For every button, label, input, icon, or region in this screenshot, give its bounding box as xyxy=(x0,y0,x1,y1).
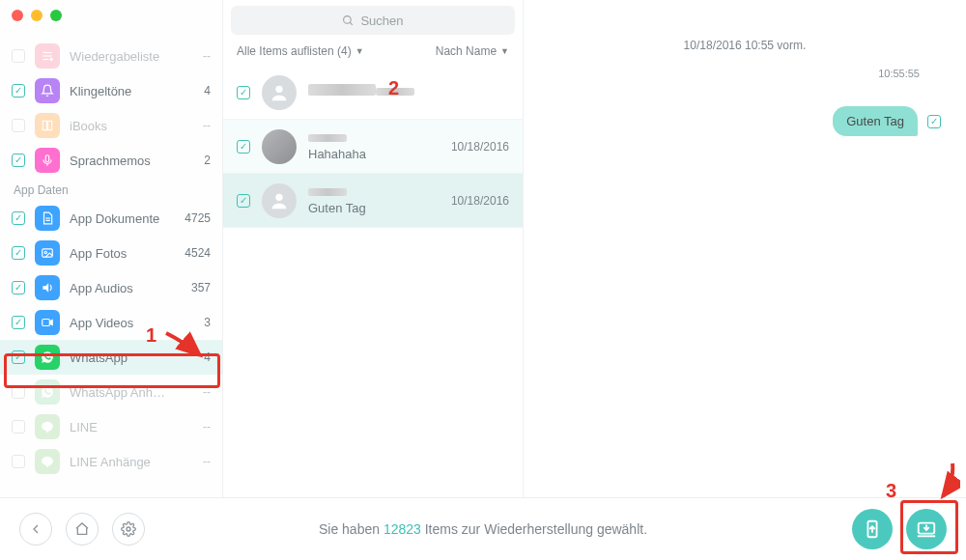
sidebar-checkbox[interactable] xyxy=(12,350,25,364)
avatar xyxy=(262,75,297,110)
maximize-window-button[interactable] xyxy=(50,10,62,21)
sidebar-item-label: Sprachmemos xyxy=(70,154,151,168)
sidebar-item-count: 357 xyxy=(191,281,211,294)
sidebar-item-line: LINE-- xyxy=(0,409,222,444)
photo-icon xyxy=(35,240,60,266)
chat-name xyxy=(308,84,497,100)
sidebar-item-sprachmemos[interactable]: Sprachmemos2 xyxy=(0,143,222,178)
svg-point-8 xyxy=(44,251,46,253)
chat-row[interactable]: Guten Tag10/18/2016 xyxy=(223,174,523,228)
chat-date: 10/18/2016 xyxy=(451,140,509,154)
line-icon xyxy=(35,414,60,439)
search-input[interactable]: Suchen xyxy=(231,6,515,35)
minimize-window-button[interactable] xyxy=(31,10,43,21)
export-to-computer-button[interactable] xyxy=(906,509,947,549)
chevron-down-icon: ▼ xyxy=(355,46,364,56)
settings-button[interactable] xyxy=(112,513,145,546)
sidebar-section-header: App Daten xyxy=(0,178,222,201)
sidebar-item-label: WhatsApp Anh… xyxy=(70,385,165,400)
search-placeholder: Suchen xyxy=(360,14,403,28)
video-icon xyxy=(35,310,60,335)
filter-bar: Alle Items auflisten (4) ▼ Nach Name ▼ xyxy=(223,35,523,66)
avatar xyxy=(262,129,297,164)
sidebar-item-count: 2 xyxy=(204,154,211,167)
sidebar-checkbox[interactable] xyxy=(12,84,25,98)
message-bubble: Guten Tag xyxy=(833,106,918,136)
sidebar-checkbox[interactable] xyxy=(12,246,25,260)
home-button[interactable] xyxy=(66,513,99,546)
svg-line-13 xyxy=(351,22,354,25)
sidebar-item-line-anh-nge: LINE Anhänge-- xyxy=(0,444,222,479)
svg-point-12 xyxy=(344,15,352,23)
sidebar-checkbox xyxy=(12,119,25,132)
message-row: Guten Tag xyxy=(543,106,947,136)
sidebar-item-wiedergabeliste: Wiedergabeliste-- xyxy=(0,39,222,73)
sidebar-item-label: Wiedergabeliste xyxy=(70,49,159,64)
chat-name: Hahahaha xyxy=(308,132,440,161)
sidebar-item-count: 4 xyxy=(204,84,211,98)
sidebar-item-app-dokumente[interactable]: App Dokumente4725 xyxy=(0,201,222,236)
filter-list-dropdown[interactable]: Alle Items auflisten (4) ▼ xyxy=(237,44,364,58)
message-checkbox[interactable] xyxy=(927,115,941,128)
sidebar-item-label: App Audios xyxy=(70,281,133,295)
status-text: Sie haben 12823 Items zur Wiederherstell… xyxy=(0,521,966,537)
sidebar-checkbox[interactable] xyxy=(12,316,25,329)
chat-name: Guten Tag xyxy=(308,186,440,215)
export-to-device-button[interactable] xyxy=(852,509,893,549)
svg-point-16 xyxy=(127,527,130,531)
chat-row[interactable] xyxy=(223,66,523,120)
conversation-pane: 10/18/2016 10:55 vorm. 10:55:55 Guten Ta… xyxy=(524,0,966,497)
sidebar-item-count: -- xyxy=(203,49,211,63)
sidebar-item-count: -- xyxy=(203,420,211,434)
chat-checkbox[interactable] xyxy=(237,86,250,99)
sidebar-item-whatsapp-anh-: WhatsApp Anh…-- xyxy=(0,375,222,409)
sidebar-item-label: Klingeltöne xyxy=(70,84,131,98)
annotation-arrow-3 xyxy=(916,460,960,504)
whatsapp-icon xyxy=(35,379,60,405)
annotation-number-2: 2 xyxy=(388,77,399,99)
footer-bar: Sie haben 12823 Items zur Wiederherstell… xyxy=(0,497,966,560)
annotation-number-1: 1 xyxy=(146,324,156,347)
sidebar-item-label: App Dokumente xyxy=(70,211,159,226)
book-icon xyxy=(35,113,60,138)
avatar xyxy=(262,183,297,218)
sidebar-checkbox xyxy=(12,385,25,399)
sidebar-checkbox[interactable] xyxy=(12,154,25,167)
sidebar-checkbox[interactable] xyxy=(12,281,25,294)
sidebar-item-label: App Videos xyxy=(70,316,133,330)
svg-marker-9 xyxy=(43,283,48,292)
playlist-icon xyxy=(35,43,60,69)
sidebar-item-count: -- xyxy=(203,455,211,468)
svg-rect-4 xyxy=(45,155,49,162)
close-window-button[interactable] xyxy=(12,10,23,21)
window-controls xyxy=(12,10,62,21)
doc-icon xyxy=(35,206,60,231)
sidebar-item-label: App Fotos xyxy=(70,246,127,261)
sidebar: Wiedergabeliste--Klingeltöne4iBooks--Spr… xyxy=(0,0,222,497)
sidebar-item-count: 4725 xyxy=(185,211,211,225)
whatsapp-icon xyxy=(35,345,60,370)
chat-list-pane: Suchen Alle Items auflisten (4) ▼ Nach N… xyxy=(222,0,524,497)
sidebar-item-app-audios[interactable]: App Audios357 xyxy=(0,270,222,305)
svg-point-3 xyxy=(50,58,52,60)
chevron-down-icon: ▼ xyxy=(500,46,509,56)
back-button[interactable] xyxy=(19,513,52,546)
sidebar-item-app-fotos[interactable]: App Fotos4524 xyxy=(0,236,222,270)
sidebar-item-label: LINE xyxy=(70,420,98,434)
message-time: 10:55:55 xyxy=(543,68,947,79)
svg-point-14 xyxy=(275,85,282,92)
sidebar-item-klingelt-ne[interactable]: Klingeltöne4 xyxy=(0,73,222,108)
sidebar-item-count: -- xyxy=(203,119,211,132)
chat-date: 10/18/2016 xyxy=(451,194,509,208)
audio-icon xyxy=(35,275,60,300)
sidebar-item-label: iBooks xyxy=(70,119,107,133)
search-icon xyxy=(342,14,355,27)
filter-sort-dropdown[interactable]: Nach Name ▼ xyxy=(436,44,509,58)
conversation-date-header: 10/18/2016 10:55 vorm. xyxy=(543,39,947,52)
sidebar-checkbox[interactable] xyxy=(12,211,25,225)
line-icon xyxy=(35,449,60,474)
chat-row[interactable]: Hahahaha10/18/2016 xyxy=(223,120,523,174)
chat-checkbox[interactable] xyxy=(237,194,250,208)
chat-checkbox[interactable] xyxy=(237,140,250,154)
sidebar-checkbox xyxy=(12,420,25,434)
